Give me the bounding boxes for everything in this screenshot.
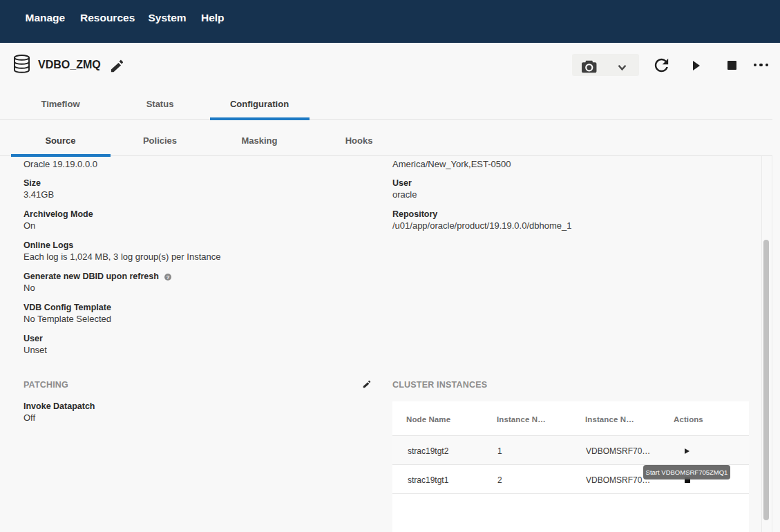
svg-text:?: ? [167, 274, 170, 281]
